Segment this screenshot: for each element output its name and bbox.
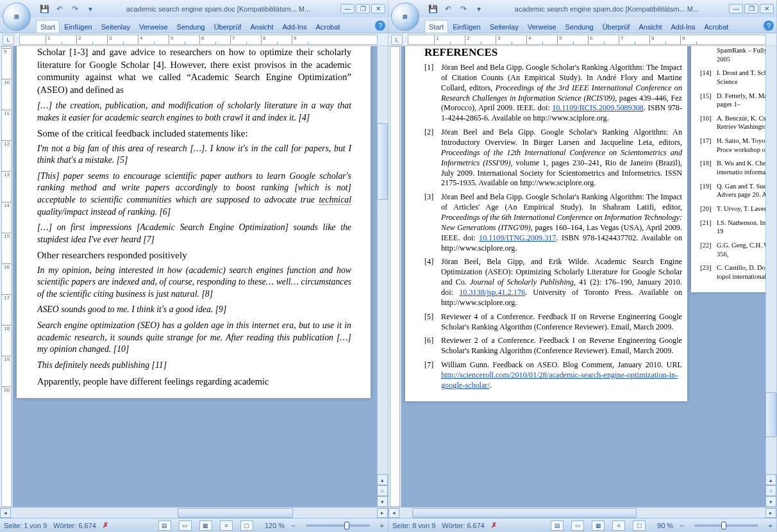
tab-einfuegen[interactable]: Einfügen (60, 20, 96, 33)
vertical-ruler[interactable]: 9 10 11 12 13 14 15 16 17 18 19 20 (0, 46, 13, 507)
horizontal-scrollbar[interactable]: ◂ ▸ (0, 507, 388, 518)
block-quote: Search engine optimization (SEO) has a g… (37, 320, 351, 356)
horizontal-scrollbar[interactable]: ◂ ▸ (388, 507, 776, 518)
document-area-left[interactable]: Scholar [1-3] and gave advice to researc… (13, 46, 388, 507)
fullscreen-reading-view-icon[interactable]: ▭ (571, 520, 584, 531)
subheading: Some of the critical feedback included s… (37, 128, 351, 139)
word-count[interactable]: Wörter: 6.674 (442, 522, 485, 529)
scroll-left-icon[interactable]: ◂ (0, 508, 11, 518)
scroll-left-icon[interactable]: ◂ (388, 508, 399, 518)
minimize-button[interactable]: — (340, 4, 355, 13)
hscroll-thumb[interactable] (412, 508, 637, 518)
restore-button[interactable]: ❐ (356, 4, 370, 13)
office-button[interactable]: ⊞ (3, 3, 31, 31)
zoom-in-icon[interactable]: + (380, 522, 384, 529)
zoom-in-icon[interactable]: + (769, 522, 773, 529)
zoom-out-icon[interactable]: − (291, 522, 295, 529)
vruler-tick: 19 (2, 356, 11, 387)
horizontal-ruler[interactable]: L 1 2 3 4 5 6 7 8 9 (0, 33, 388, 46)
tab-verweise[interactable]: Verweise (135, 20, 172, 33)
tab-verweise[interactable]: Verweise (523, 20, 561, 33)
qat-menu-icon[interactable]: ▾ (473, 3, 485, 15)
tab-einfuegen[interactable]: Einfügen (448, 20, 485, 33)
tab-addins[interactable]: Add-Ins (278, 20, 312, 33)
doi-link[interactable]: 10.3138/jsp.41.2.176 (459, 288, 525, 297)
reference-entry: [4]Jöran Beel, Bela Gipp, and Erik Wilde… (424, 257, 682, 308)
qat-menu-icon[interactable]: ▾ (85, 3, 96, 15)
reference-entry: [2]Jöran Beel and Bela Gipp. Google Scho… (424, 128, 682, 188)
zoom-slider[interactable] (306, 524, 370, 527)
tab-selector-icon[interactable]: L (391, 35, 403, 45)
proofing-icon[interactable]: ✗ (491, 521, 497, 529)
page-indicator[interactable]: Seite: 8 von 9 (392, 522, 435, 529)
tab-seitenlayout[interactable]: Seitenlay (485, 20, 523, 33)
scroll-right-icon[interactable]: ▸ (765, 508, 776, 518)
minimize-button[interactable]: — (729, 4, 743, 13)
close-button[interactable]: ✕ (371, 4, 385, 13)
tab-ansicht[interactable]: Ansicht (246, 20, 278, 33)
tab-addins[interactable]: Add-Ins (667, 20, 700, 33)
page: Scholar [1-3] and gave advice to researc… (17, 46, 371, 398)
browse-object-icon[interactable]: ○ (377, 485, 388, 496)
page-indicator[interactable]: Seite: 1 von 9 (4, 522, 47, 529)
undo-icon[interactable]: ↶ (442, 3, 454, 15)
print-layout-view-icon[interactable]: ▤ (158, 520, 171, 531)
doi-link[interactable]: 10.1109/RCIS.2009.5089308 (552, 103, 644, 112)
scroll-thumb[interactable] (377, 123, 388, 200)
tab-sendungen[interactable]: Sendung (172, 20, 210, 33)
tab-acrobat[interactable]: Acrobat (311, 20, 344, 33)
next-page-icon[interactable]: ▾ (765, 496, 776, 507)
window-left: ⊞ 💾 ↶ ↷ ▾ academic search engine spam.do… (0, 0, 388, 532)
tab-start[interactable]: Start (36, 20, 60, 33)
hscroll-thumb[interactable] (178, 508, 293, 518)
help-icon[interactable]: ? (375, 21, 385, 31)
vertical-scrollbar[interactable]: ▴ ○ ▾ (765, 46, 776, 507)
outline-view-icon[interactable]: ≡ (220, 520, 233, 531)
tab-start[interactable]: Start (424, 20, 448, 33)
tab-seitenlayout[interactable]: Seitenlay (97, 20, 135, 33)
tab-ansicht[interactable]: Ansicht (634, 20, 666, 33)
scroll-right-icon[interactable]: ▸ (377, 508, 388, 518)
reference-number: [7] (424, 360, 441, 391)
doi-link[interactable]: 10.1109/ITNG.2009.317 (479, 233, 556, 242)
tab-acrobat[interactable]: Acrobat (699, 20, 733, 33)
tab-sendungen[interactable]: Sendung (561, 20, 598, 33)
horizontal-ruler[interactable]: L 1 2 3 4 5 6 7 8 9 (388, 33, 776, 46)
save-icon[interactable]: 💾 (427, 3, 439, 15)
prev-page-icon[interactable]: ▴ (765, 474, 776, 485)
doi-link[interactable]: http://scienceroll.com/2010/01/28/academ… (441, 370, 678, 390)
document-area-right[interactable]: REFERENCES [1]Jöran Beel and Bela Gipp. … (401, 46, 776, 507)
reference-number: [5] (424, 312, 441, 333)
browse-object-icon[interactable]: ○ (765, 485, 776, 496)
next-page-icon[interactable]: ▾ (377, 496, 388, 507)
undo-icon[interactable]: ↶ (54, 3, 65, 15)
web-layout-view-icon[interactable]: ▦ (199, 520, 212, 531)
restore-button[interactable]: ❐ (744, 4, 758, 13)
zoom-slider[interactable] (694, 524, 758, 527)
save-icon[interactable]: 💾 (38, 3, 50, 15)
vertical-ruler[interactable] (388, 46, 401, 507)
print-layout-view-icon[interactable]: ▤ (551, 520, 564, 531)
vertical-scrollbar[interactable]: ▴ ○ ▾ (377, 46, 388, 507)
zoom-level[interactable]: 120 % (265, 522, 285, 529)
reference-number: [23] (700, 263, 717, 281)
tab-ueberpruefen[interactable]: Überprüf (598, 20, 635, 33)
help-icon[interactable]: ? (764, 21, 774, 31)
redo-icon[interactable]: ↷ (458, 3, 469, 15)
redo-icon[interactable]: ↷ (69, 3, 81, 15)
fullscreen-reading-view-icon[interactable]: ▭ (179, 520, 192, 531)
zoom-out-icon[interactable]: − (680, 522, 683, 529)
tab-ueberpruefen[interactable]: Überprüf (210, 20, 246, 33)
draft-view-icon[interactable]: ▢ (633, 520, 646, 531)
outline-view-icon[interactable]: ≡ (612, 520, 625, 531)
draft-view-icon[interactable]: ▢ (240, 520, 253, 531)
web-layout-view-icon[interactable]: ▦ (592, 520, 605, 531)
prev-page-icon[interactable]: ▴ (377, 474, 388, 485)
zoom-level[interactable]: 90 % (657, 522, 673, 529)
scroll-thumb[interactable] (765, 392, 776, 437)
word-count[interactable]: Wörter: 6.674 (53, 522, 96, 529)
office-button[interactable]: ⊞ (391, 3, 419, 31)
tab-selector-icon[interactable]: L (3, 35, 14, 45)
proofing-icon[interactable]: ✗ (103, 521, 108, 529)
close-button[interactable]: ✕ (760, 4, 774, 13)
